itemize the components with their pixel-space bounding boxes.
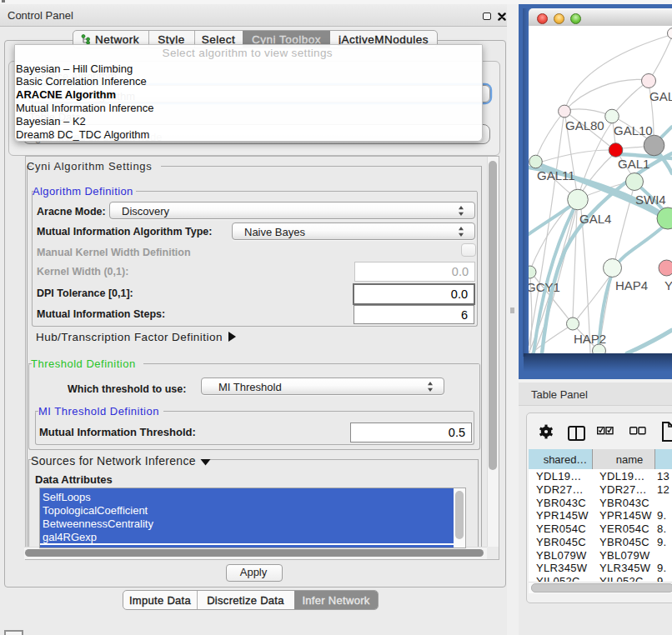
svg-text:GAL80: GAL80 [565, 118, 604, 132]
svg-text:GAL: GAL [649, 89, 672, 103]
svg-text:SWI4: SWI4 [635, 192, 666, 207]
svg-text:HAP2: HAP2 [574, 332, 606, 346]
svg-text:HAP4: HAP4 [615, 278, 648, 292]
svg-text:GCY1: GCY1 [529, 280, 560, 294]
svg-text:GAL11: GAL11 [537, 168, 575, 182]
svg-text:Y: Y [664, 278, 672, 292]
svg-text:GAL10: GAL10 [614, 123, 653, 138]
svg-text:GAL1: GAL1 [618, 157, 649, 171]
svg-text:GAL4: GAL4 [579, 212, 611, 226]
